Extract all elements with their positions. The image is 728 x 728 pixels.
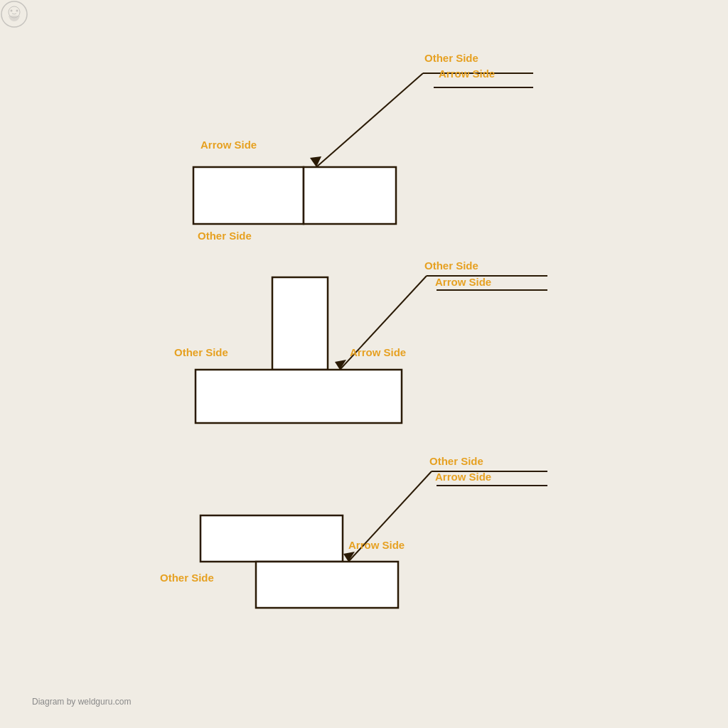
svg-line-4 (316, 73, 423, 167)
d1-arrow-side-top: Arrow Side (439, 68, 495, 80)
d3-other-side-bottom: Other Side (160, 572, 214, 584)
d2-other-side-top: Other Side (424, 259, 478, 272)
d2-arrow-side-right: Arrow Side (350, 346, 406, 358)
d1-other-side-top: Other Side (424, 52, 478, 64)
svg-rect-1 (304, 167, 396, 224)
svg-rect-6 (272, 277, 328, 370)
svg-rect-7 (196, 370, 402, 423)
d2-other-side-left: Other Side (174, 346, 228, 358)
d2-arrow-side-top: Arrow Side (435, 276, 491, 288)
diagram-svg (0, 0, 728, 728)
d1-other-side-bottom: Other Side (198, 230, 252, 242)
svg-rect-0 (193, 167, 304, 224)
svg-point-20 (11, 10, 13, 12)
watermark-icon (0, 0, 28, 28)
main-canvas: Other Side Arrow Side Arrow Side Other S… (0, 0, 728, 728)
d3-other-side-top: Other Side (429, 455, 483, 467)
svg-rect-13 (256, 562, 398, 608)
d3-arrow-side-top: Arrow Side (435, 471, 491, 483)
svg-rect-12 (200, 515, 343, 562)
d1-arrow-side-left: Arrow Side (200, 139, 257, 151)
footer-credit: Diagram by weldguru.com (32, 697, 131, 707)
svg-point-21 (16, 10, 18, 12)
svg-marker-5 (310, 156, 321, 167)
d3-arrow-side-bottom: Arrow Side (348, 539, 405, 551)
